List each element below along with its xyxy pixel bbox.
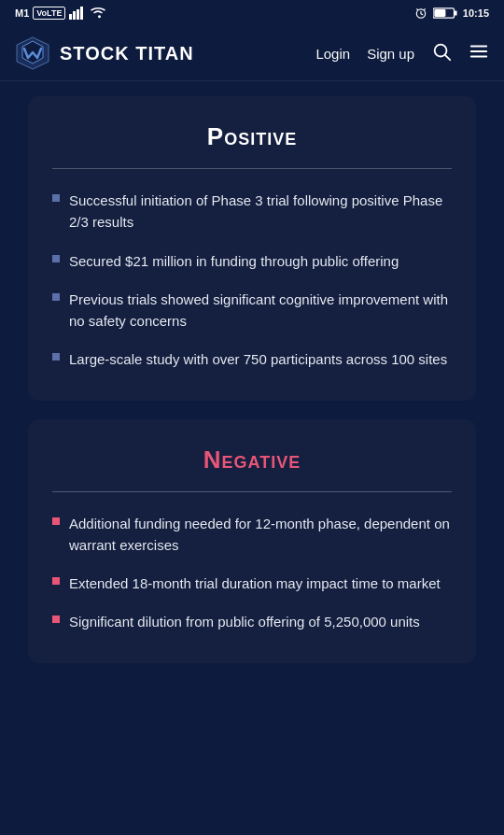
svg-rect-0 xyxy=(69,14,72,20)
list-item: Previous trials showed significant cogni… xyxy=(52,289,452,333)
list-item-text: Additional funding needed for 12-month p… xyxy=(69,513,452,557)
time-text: 10:15 xyxy=(463,7,489,19)
svg-rect-1 xyxy=(73,11,76,20)
list-item: Large-scale study with over 750 particip… xyxy=(52,348,452,370)
login-link[interactable]: Login xyxy=(315,46,350,62)
positive-section: Positive Successful initiation of Phase … xyxy=(28,96,476,401)
signup-link[interactable]: Sign up xyxy=(367,46,414,62)
list-item: Significant dilution from public offerin… xyxy=(52,611,452,632)
logo-container: STOCK TITAN xyxy=(15,35,194,71)
negative-list: Additional funding needed for 12-month p… xyxy=(52,513,452,633)
list-item-text: Significant dilution from public offerin… xyxy=(69,611,420,632)
volte-badge: VoLTE xyxy=(33,7,65,20)
list-item-text: Successful initiation of Phase 3 trial f… xyxy=(69,190,452,234)
navbar-links: Login Sign up xyxy=(315,41,489,66)
positive-list: Successful initiation of Phase 3 trial f… xyxy=(52,190,452,371)
bullet-icon xyxy=(52,293,60,301)
svg-rect-3 xyxy=(80,7,83,20)
list-item: Successful initiation of Phase 3 trial f… xyxy=(52,190,452,234)
svg-rect-6 xyxy=(455,10,457,15)
menu-icon[interactable] xyxy=(469,41,489,66)
list-item: Extended 18-month trial duration may imp… xyxy=(52,573,452,594)
list-item-text: Secured $21 million in funding through p… xyxy=(69,250,399,272)
battery-icon xyxy=(433,7,457,20)
search-icon[interactable] xyxy=(431,41,452,66)
status-carrier: M1 VoLTE xyxy=(15,7,106,20)
list-item: Additional funding needed for 12-month p… xyxy=(52,513,452,557)
wifi-icon xyxy=(90,7,106,20)
status-right: 10:15 xyxy=(414,7,489,20)
bullet-icon xyxy=(52,577,60,585)
bullet-icon xyxy=(52,353,60,361)
positive-divider xyxy=(52,168,452,169)
list-item-text: Large-scale study with over 750 particip… xyxy=(69,348,447,370)
list-item-text: Extended 18-month trial duration may imp… xyxy=(69,573,441,594)
svg-rect-2 xyxy=(77,9,79,20)
status-bar: M1 VoLTE 10:15 xyxy=(0,0,504,26)
positive-title: Positive xyxy=(52,122,452,151)
list-item-text: Previous trials showed significant cogni… xyxy=(69,289,452,333)
main-content: Positive Successful initiation of Phase … xyxy=(0,96,504,691)
logo-icon xyxy=(15,35,50,71)
svg-rect-7 xyxy=(434,9,445,17)
alarm-icon xyxy=(414,7,427,20)
bullet-icon xyxy=(52,255,60,262)
carrier-text: M1 xyxy=(15,7,29,19)
bullet-icon xyxy=(52,616,60,623)
negative-divider xyxy=(52,491,452,492)
logo-text: STOCK TITAN xyxy=(60,43,194,64)
signal-icon xyxy=(69,7,86,20)
negative-title: Negative xyxy=(52,446,452,474)
list-item: Secured $21 million in funding through p… xyxy=(52,250,452,272)
navbar: STOCK TITAN Login Sign up xyxy=(0,26,504,81)
negative-section: Negative Additional funding needed for 1… xyxy=(28,419,476,663)
svg-line-11 xyxy=(445,55,450,60)
bullet-icon xyxy=(52,194,60,202)
bullet-icon xyxy=(52,517,60,525)
